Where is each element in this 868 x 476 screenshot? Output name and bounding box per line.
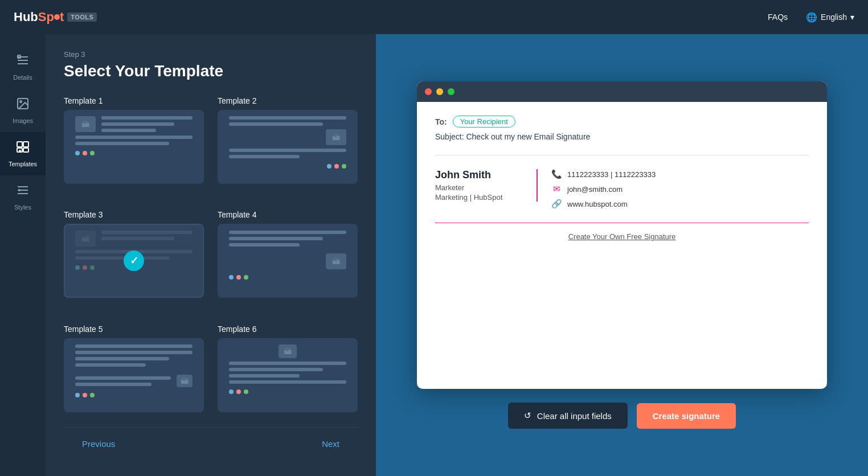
- details-icon: [16, 54, 30, 71]
- template-item-4: Template 4 🏔: [218, 210, 358, 313]
- close-window-dot: [425, 88, 432, 95]
- logo: HubSpt TOOLS: [14, 10, 97, 24]
- sidebar-item-details-label: Details: [13, 74, 32, 81]
- email-to-row: To: Your Recipient: [435, 116, 809, 128]
- signature-block: John Smith Marketer Marketing | HubSpot …: [435, 169, 809, 209]
- template-item-5: Template 5: [64, 325, 204, 427]
- language-label: English: [821, 13, 847, 22]
- faqs-link[interactable]: FAQs: [768, 13, 788, 22]
- template-5-card[interactable]: 🏔: [64, 338, 204, 412]
- maximize-window-dot: [448, 88, 455, 95]
- chevron-down-icon: ▾: [850, 13, 854, 22]
- templates-icon: [16, 140, 30, 157]
- template-item-2: Template 2 🏔: [218, 96, 358, 199]
- template-1-name: Template 1: [64, 96, 204, 105]
- svg-rect-9: [23, 148, 28, 152]
- email-icon: ✉: [551, 184, 562, 194]
- refresh-icon: ↺: [524, 411, 531, 421]
- main-layout: Details Images T: [0, 34, 868, 476]
- sig-right: 📞 1112223333 | 1112223333 ✉ john@smith.c…: [538, 169, 656, 209]
- sidebar-item-images-label: Images: [13, 117, 33, 124]
- sig-name: John Smith: [435, 169, 523, 181]
- phone-icon: 📞: [551, 169, 562, 179]
- sidebar-item-styles[interactable]: Styles: [0, 175, 46, 219]
- sig-company: Marketing | HubSpot: [435, 193, 523, 202]
- sidebar: Details Images T: [0, 34, 46, 476]
- template-2-name: Template 2: [218, 96, 358, 105]
- create-signature-button[interactable]: Create signature: [637, 403, 736, 429]
- template-2-card[interactable]: 🏔: [218, 110, 358, 184]
- svg-point-5: [20, 101, 22, 102]
- sig-phone-row: 📞 1112223333 | 1112223333: [551, 169, 656, 179]
- sidebar-item-templates[interactable]: Templates: [0, 132, 46, 175]
- svg-rect-7: [23, 142, 28, 147]
- globe-icon: 🌐: [806, 12, 817, 23]
- template-4-image: 🏔: [326, 253, 346, 269]
- recipient-badge: Your Recipient: [453, 116, 515, 128]
- svg-point-14: [18, 189, 21, 191]
- next-link[interactable]: Next: [322, 439, 339, 449]
- svg-point-10: [19, 150, 21, 152]
- template-grid: Template 1 🏔: [64, 96, 358, 427]
- template-6-card[interactable]: 🏔: [218, 338, 358, 412]
- logo-text: HubSpt: [14, 10, 64, 24]
- minimize-window-dot: [436, 88, 443, 95]
- sig-email: john@smith.com: [567, 185, 623, 194]
- sig-email-row: ✉ john@smith.com: [551, 184, 656, 194]
- content-panel: Step 3 Select Your Template Template 1 🏔: [46, 34, 376, 476]
- email-subject: Subject: Check out my new Email Signatur…: [435, 132, 809, 141]
- template-5-name: Template 5: [64, 325, 204, 334]
- checkmark-icon: ✓: [124, 251, 144, 271]
- sidebar-item-details[interactable]: Details: [0, 46, 46, 89]
- email-window: To: Your Recipient Subject: Check out my…: [417, 81, 827, 389]
- top-nav: HubSpt TOOLS FAQs 🌐 English ▾: [0, 0, 868, 34]
- to-label: To:: [435, 117, 447, 126]
- previous-link[interactable]: Previous: [82, 439, 115, 449]
- logo-dot: [54, 14, 60, 20]
- template-item-3: Template 3 🏔: [64, 210, 204, 313]
- template-1-image: 🏔: [75, 116, 96, 132]
- clear-button-label: Clear all input fields: [537, 411, 612, 421]
- logo-tools: TOOLS: [67, 13, 97, 22]
- sidebar-item-templates-label: Templates: [9, 161, 37, 167]
- panel-title: Select Your Template: [64, 62, 358, 80]
- email-divider: [435, 155, 809, 155]
- template-4-name: Template 4: [218, 210, 358, 219]
- link-icon: 🔗: [551, 199, 562, 209]
- email-titlebar: [417, 81, 827, 102]
- sig-website: www.hubspot.com: [567, 200, 628, 208]
- clear-button[interactable]: ↺ Clear all input fields: [508, 403, 628, 429]
- template-item-1: Template 1 🏔: [64, 96, 204, 199]
- sig-divider: [435, 223, 809, 223]
- sidebar-item-images[interactable]: Images: [0, 89, 46, 132]
- template-6-name: Template 6: [218, 325, 358, 334]
- bottom-nav: Previous Next: [64, 427, 358, 460]
- template-6-image: 🏔: [279, 344, 297, 358]
- svg-rect-6: [17, 142, 22, 147]
- template-1-card[interactable]: 🏔: [64, 110, 204, 184]
- template-2-image: 🏔: [326, 129, 346, 145]
- email-body: To: Your Recipient Subject: Check out my…: [417, 102, 827, 389]
- selected-overlay: ✓: [65, 225, 203, 297]
- sig-website-row: 🔗 www.hubspot.com: [551, 199, 656, 209]
- preview-panel: To: Your Recipient Subject: Check out my…: [376, 34, 868, 476]
- step-label: Step 3: [64, 50, 358, 59]
- sidebar-item-styles-label: Styles: [14, 204, 31, 211]
- create-own-link[interactable]: Create Your Own Free Signature: [435, 232, 809, 241]
- template-4-card[interactable]: 🏔: [218, 224, 358, 298]
- template-3-name: Template 3: [64, 210, 204, 219]
- images-icon: [16, 97, 30, 114]
- template-3-card[interactable]: 🏔: [64, 224, 204, 298]
- template-item-6: Template 6 🏔: [218, 325, 358, 427]
- sig-title: Marketer: [435, 183, 523, 192]
- sig-left: John Smith Marketer Marketing | HubSpot: [435, 169, 538, 202]
- sig-phone: 1112223333 | 1112223333: [567, 170, 656, 179]
- styles-icon: [16, 183, 30, 200]
- language-selector[interactable]: 🌐 English ▾: [806, 12, 854, 23]
- template-5-image: 🏔: [177, 375, 193, 387]
- action-buttons: ↺ Clear all input fields Create signatur…: [508, 403, 736, 429]
